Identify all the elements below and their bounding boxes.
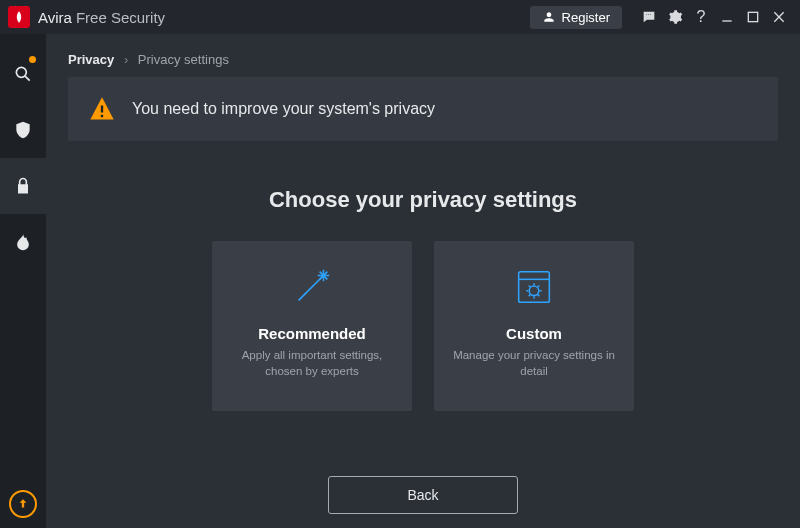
wand-icon xyxy=(289,259,335,315)
titlebar: AviraFree Security Register ? xyxy=(0,0,800,34)
back-button[interactable]: Back xyxy=(328,476,518,514)
upgrade-icon[interactable] xyxy=(9,490,37,518)
page-heading: Choose your privacy settings xyxy=(68,187,778,213)
card-recommended[interactable]: Recommended Apply all important settings… xyxy=(212,241,412,411)
svg-point-2 xyxy=(16,67,26,77)
breadcrumb-current: Privacy settings xyxy=(138,52,229,67)
sidebar xyxy=(0,34,46,528)
settings-window-icon xyxy=(511,259,557,315)
svg-rect-5 xyxy=(101,115,103,117)
card-custom-desc: Manage your privacy settings in detail xyxy=(448,348,620,379)
sidebar-item-status[interactable] xyxy=(0,46,46,102)
alert-message: You need to improve your system's privac… xyxy=(132,100,435,118)
card-recommended-desc: Apply all important settings, chosen by … xyxy=(226,348,398,379)
avira-logo xyxy=(8,6,30,28)
app-title: AviraFree Security xyxy=(38,9,165,26)
svg-rect-1 xyxy=(748,12,757,21)
svg-line-3 xyxy=(25,76,30,81)
svg-line-21 xyxy=(529,295,530,296)
settings-icon[interactable] xyxy=(662,0,688,34)
feedback-icon[interactable] xyxy=(636,0,662,34)
privacy-alert: You need to improve your system's privac… xyxy=(68,77,778,141)
brand-name: Avira xyxy=(38,9,72,26)
svg-line-19 xyxy=(538,295,539,296)
svg-line-20 xyxy=(538,286,539,287)
main-content: Privacy › Privacy settings You need to i… xyxy=(46,34,800,528)
product-name: Free Security xyxy=(76,9,165,26)
card-custom[interactable]: Custom Manage your privacy settings in d… xyxy=(434,241,634,411)
option-cards: Recommended Apply all important settings… xyxy=(68,241,778,411)
sidebar-item-privacy[interactable] xyxy=(0,158,46,214)
register-label: Register xyxy=(562,10,610,25)
sidebar-item-security[interactable] xyxy=(0,102,46,158)
svg-rect-0 xyxy=(722,20,731,21)
register-button[interactable]: Register xyxy=(530,6,622,29)
svg-point-13 xyxy=(529,286,539,296)
svg-line-18 xyxy=(529,286,530,287)
back-label: Back xyxy=(407,487,438,503)
card-custom-title: Custom xyxy=(506,325,562,342)
card-recommended-title: Recommended xyxy=(258,325,366,342)
close-icon[interactable] xyxy=(766,0,792,34)
help-icon[interactable]: ? xyxy=(688,0,714,34)
minimize-icon[interactable] xyxy=(714,0,740,34)
notification-dot xyxy=(29,56,36,63)
warning-icon xyxy=(88,95,116,123)
sidebar-item-performance[interactable] xyxy=(0,214,46,270)
svg-rect-4 xyxy=(101,106,103,113)
breadcrumb: Privacy › Privacy settings xyxy=(68,52,778,67)
chevron-right-icon: › xyxy=(124,52,128,67)
breadcrumb-root[interactable]: Privacy xyxy=(68,52,114,67)
maximize-icon[interactable] xyxy=(740,0,766,34)
